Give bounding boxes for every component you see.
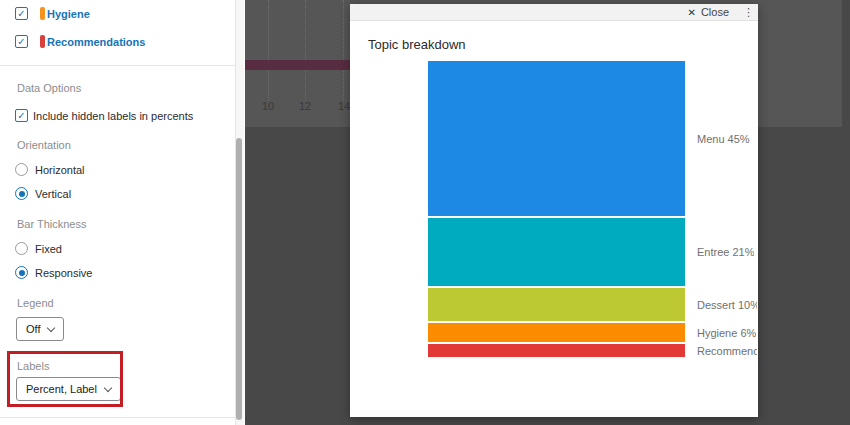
include-hidden-labels-checkbox-row[interactable]: ✓ Include hidden labels in percents [15, 109, 193, 122]
section-title-labels: Labels [17, 360, 49, 372]
bar-segment-recommendations[interactable] [428, 344, 685, 357]
topic-breakdown-modal: ✕ Close ⋮ Topic breakdown Menu 45%Entree… [350, 4, 758, 417]
radio-selected-icon[interactable] [15, 266, 28, 279]
gridline [305, 0, 306, 100]
radio-vertical-row[interactable]: Vertical [15, 187, 71, 200]
chart-title: Topic breakdown [368, 37, 466, 52]
legend-toggle-label[interactable]: Hygiene [47, 8, 90, 20]
legend-toggle-label[interactable]: Recommendations [47, 36, 145, 48]
chevron-down-icon [47, 323, 55, 331]
bar-segment-dessert[interactable] [428, 288, 685, 321]
gridline [268, 0, 269, 100]
checkbox-label[interactable]: Include hidden labels in percents [33, 110, 193, 122]
section-title-bar-thickness: Bar Thickness [17, 218, 87, 230]
divider [0, 65, 236, 66]
chevron-down-icon [104, 383, 112, 391]
modal-header: ✕ Close ⋮ [350, 4, 758, 21]
bar-segment-entree[interactable] [428, 218, 685, 286]
kebab-menu-icon[interactable]: ⋮ [743, 6, 754, 19]
section-title-orientation: Orientation [17, 139, 71, 151]
bar-segment-menu[interactable] [428, 61, 685, 216]
radio-unselected-icon[interactable] [15, 242, 28, 255]
hygiene-color-swatch [40, 7, 45, 20]
bar-segment-label: Recommenda [697, 345, 757, 357]
checkbox-checked-icon[interactable]: ✓ [15, 35, 28, 48]
bar-segment-hygiene[interactable] [428, 323, 685, 342]
radio-label[interactable]: Vertical [35, 188, 71, 200]
checkbox-checked-icon[interactable]: ✓ [15, 109, 28, 122]
recommendations-color-swatch [40, 35, 45, 48]
bar-segment-label: Dessert 10% [697, 299, 757, 311]
radio-horizontal-row[interactable]: Horizontal [15, 163, 85, 176]
checkbox-checked-icon[interactable]: ✓ [15, 7, 28, 20]
close-icon: ✕ [687, 7, 695, 18]
legend-toggle-hygiene[interactable]: ✓ Hygiene [15, 7, 90, 20]
legend-dropdown-value: Off [26, 323, 40, 335]
bar-segment-label: Entree 21% [697, 246, 754, 258]
radio-label[interactable]: Horizontal [35, 164, 85, 176]
legend-dropdown[interactable]: Off [16, 317, 64, 341]
background-bar [245, 60, 352, 70]
settings-sidebar: ✓ Hygiene ✓ Recommendations Data Options… [0, 0, 245, 425]
sidebar-scrollbar[interactable] [235, 0, 244, 425]
radio-selected-icon[interactable] [15, 187, 28, 200]
legend-toggle-recommendations[interactable]: ✓ Recommendations [15, 35, 145, 48]
labels-dropdown[interactable]: Percent, Label [16, 377, 121, 401]
divider [0, 417, 236, 418]
bar-labels: Menu 45%Entree 21%Dessert 10%Hygiene 6%R… [697, 61, 758, 381]
close-label: Close [701, 6, 729, 18]
radio-unselected-icon[interactable] [15, 163, 28, 176]
radio-label[interactable]: Responsive [35, 267, 92, 279]
radio-fixed-row[interactable]: Fixed [15, 242, 62, 255]
close-button[interactable]: ✕ Close [687, 6, 729, 18]
scrollbar-thumb[interactable] [236, 138, 242, 420]
labels-dropdown-value: Percent, Label [26, 383, 97, 395]
gridline [343, 0, 344, 100]
section-title-data-options: Data Options [17, 82, 81, 94]
bar-segment-label: Menu 45% [697, 133, 750, 145]
stacked-bar [428, 61, 685, 359]
axis-tick: 12 [293, 100, 317, 112]
radio-label[interactable]: Fixed [35, 243, 62, 255]
axis-tick: 10 [256, 100, 280, 112]
section-title-legend: Legend [17, 297, 54, 309]
radio-responsive-row[interactable]: Responsive [15, 266, 92, 279]
bar-segment-label: Hygiene 6% [697, 327, 756, 339]
